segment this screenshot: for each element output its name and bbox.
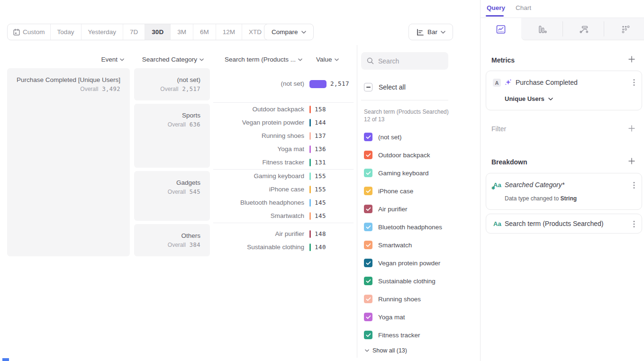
retention-tab[interactable] bbox=[619, 23, 632, 36]
legend-item-label: Bluetooth headphones bbox=[378, 224, 442, 231]
corner-artifact bbox=[2, 358, 9, 361]
value-bar[interactable] bbox=[309, 159, 311, 166]
select-all-row[interactable]: Select all bbox=[364, 83, 406, 91]
add-metric-button[interactable] bbox=[627, 55, 636, 63]
chart-type-button[interactable]: Bar bbox=[408, 24, 453, 40]
date-range-yesterday[interactable]: Yesterday bbox=[81, 24, 123, 40]
select-all-checkbox[interactable] bbox=[364, 83, 372, 91]
chevron-down-icon bbox=[365, 349, 369, 352]
date-range-12m[interactable]: 12M bbox=[216, 24, 242, 40]
row-label: Outdoor backpack bbox=[213, 103, 304, 116]
value-bar[interactable] bbox=[309, 199, 311, 207]
legend-checkbox[interactable] bbox=[364, 151, 372, 159]
chevron-down-icon bbox=[441, 31, 445, 34]
column-header-search-term[interactable]: Search term (Products ... bbox=[213, 56, 302, 63]
legend-item-vegan-protein-powder[interactable]: Vegan protein powder bbox=[364, 254, 473, 272]
date-range-custom[interactable]: Custom bbox=[8, 24, 50, 40]
legend-item-smartwatch[interactable]: Smartwatch bbox=[364, 236, 473, 254]
legend-checkbox[interactable] bbox=[364, 205, 372, 213]
column-header-searched-category[interactable]: Searched Category bbox=[135, 56, 204, 63]
value-bar[interactable] bbox=[309, 212, 311, 220]
add-breakdown-button[interactable] bbox=[627, 157, 636, 165]
legend-checkbox[interactable] bbox=[364, 187, 372, 195]
event-name: Purchase Completed [Unique Users] bbox=[13, 75, 120, 84]
legend-item-outdoor-backpack[interactable]: Outdoor backpack bbox=[364, 146, 473, 164]
legend-item--not-set-[interactable]: (not set) bbox=[364, 128, 473, 146]
category-cell-gadgets[interactable]: Gadgets Overall545 bbox=[134, 171, 210, 221]
legend-checkbox[interactable] bbox=[364, 133, 372, 141]
legend-item-gaming-keyboard[interactable]: Gaming keyboard bbox=[364, 164, 473, 182]
legend-checkbox[interactable] bbox=[364, 241, 372, 249]
breakdown-card-searched-category[interactable]: Aa ✱ Searched Category* Data type change… bbox=[486, 173, 642, 210]
row-label: Air purifier bbox=[213, 227, 304, 241]
category-cell-sports[interactable]: Sports Overall636 bbox=[134, 104, 210, 168]
legend-item-label: (not set) bbox=[378, 134, 402, 141]
metric-card[interactable]: A Purchase Completed Unique Users bbox=[486, 71, 642, 110]
search-input[interactable] bbox=[378, 57, 440, 65]
column-header-value[interactable]: Value bbox=[316, 56, 339, 63]
legend-checkbox[interactable] bbox=[364, 169, 372, 177]
row-label: Running shoes bbox=[213, 129, 304, 143]
breakdown-card-search-term[interactable]: Aa Search term (Products Searched) bbox=[486, 214, 642, 234]
breakdown-name: Searched Category* bbox=[505, 181, 564, 189]
group-divider bbox=[213, 223, 354, 223]
event-cell[interactable]: Purchase Completed [Unique Users] Overal… bbox=[7, 68, 130, 256]
value-bar[interactable] bbox=[309, 172, 311, 180]
breakdown-title: Breakdown bbox=[491, 158, 527, 166]
flows-tab[interactable] bbox=[578, 23, 590, 36]
query-panel-divider bbox=[480, 0, 481, 361]
funnels-tab[interactable] bbox=[536, 23, 548, 36]
date-range-3m[interactable]: 3M bbox=[170, 24, 193, 40]
value-bar[interactable] bbox=[309, 186, 311, 193]
strip-divider bbox=[604, 21, 604, 36]
value-bar[interactable] bbox=[309, 80, 327, 88]
date-range-30d[interactable]: 30D bbox=[145, 24, 170, 40]
compare-button[interactable]: Compare bbox=[264, 24, 314, 40]
date-range-7d[interactable]: 7D bbox=[123, 24, 145, 40]
legend-item-air-purifier[interactable]: Air purifier bbox=[364, 200, 473, 218]
column-header-event[interactable]: Event bbox=[57, 56, 124, 63]
value-bar[interactable] bbox=[309, 132, 311, 140]
legend-group-label: Search term (Products Searched) 12 of 13 bbox=[364, 108, 452, 123]
breakdown-name: Search term (Products Searched) bbox=[505, 220, 604, 227]
legend-checkbox[interactable] bbox=[364, 259, 372, 267]
breakdown-kebab-menu[interactable] bbox=[633, 181, 635, 189]
legend-checkbox[interactable] bbox=[364, 295, 372, 303]
row-value: 158 bbox=[315, 103, 326, 116]
date-range-today[interactable]: Today bbox=[50, 24, 81, 40]
metric-kebab-menu[interactable] bbox=[633, 79, 635, 86]
value-bar[interactable] bbox=[309, 230, 311, 238]
legend-item-bluetooth-headphones[interactable]: Bluetooth headphones bbox=[364, 218, 473, 236]
row-label: Vegan protein powder bbox=[213, 116, 304, 129]
add-filter-button[interactable] bbox=[627, 124, 636, 133]
insights-tab[interactable] bbox=[495, 23, 507, 36]
value-bar[interactable] bbox=[309, 244, 311, 251]
row-label: Sustainable clothing bbox=[213, 241, 304, 254]
value-bar[interactable] bbox=[309, 145, 311, 153]
tab-chart[interactable]: Chart bbox=[516, 4, 531, 11]
legend-divider bbox=[361, 100, 448, 100]
legend-item-label: Vegan protein powder bbox=[378, 260, 440, 267]
legend-item-fitness-tracker[interactable]: Fitness tracker bbox=[364, 326, 473, 344]
value-bar[interactable] bbox=[309, 106, 311, 113]
legend-checkbox[interactable] bbox=[364, 331, 372, 339]
tab-query[interactable]: Query bbox=[487, 4, 505, 11]
legend-checkbox[interactable] bbox=[364, 313, 372, 321]
legend-item-iphone-case[interactable]: iPhone case bbox=[364, 182, 473, 200]
legend-checkbox[interactable] bbox=[364, 277, 372, 285]
category-cell-others[interactable]: Others Overall384 bbox=[134, 224, 210, 256]
value-bar[interactable] bbox=[309, 119, 311, 126]
show-all-link[interactable]: Show all (13) bbox=[365, 347, 407, 354]
breakdown-kebab-menu[interactable] bbox=[633, 220, 635, 228]
row-label: Bluetooth headphones bbox=[213, 196, 304, 209]
measure-dropdown[interactable]: Unique Users bbox=[505, 95, 553, 102]
date-range-6m[interactable]: 6M bbox=[193, 24, 216, 40]
category-cell--not-set-[interactable]: (not set) Overall2,517 bbox=[134, 68, 210, 100]
legend-item-yoga-mat[interactable]: Yoga mat bbox=[364, 308, 473, 326]
legend-item-label: Fitness tracker bbox=[378, 332, 420, 339]
event-overall: Overall3,492 bbox=[13, 86, 120, 92]
legend-item-sustainable-clothing[interactable]: Sustainable clothing bbox=[364, 272, 473, 290]
legend-checkbox[interactable] bbox=[364, 223, 372, 231]
legend-search[interactable] bbox=[361, 52, 448, 70]
legend-item-running-shoes[interactable]: Running shoes bbox=[364, 290, 473, 308]
